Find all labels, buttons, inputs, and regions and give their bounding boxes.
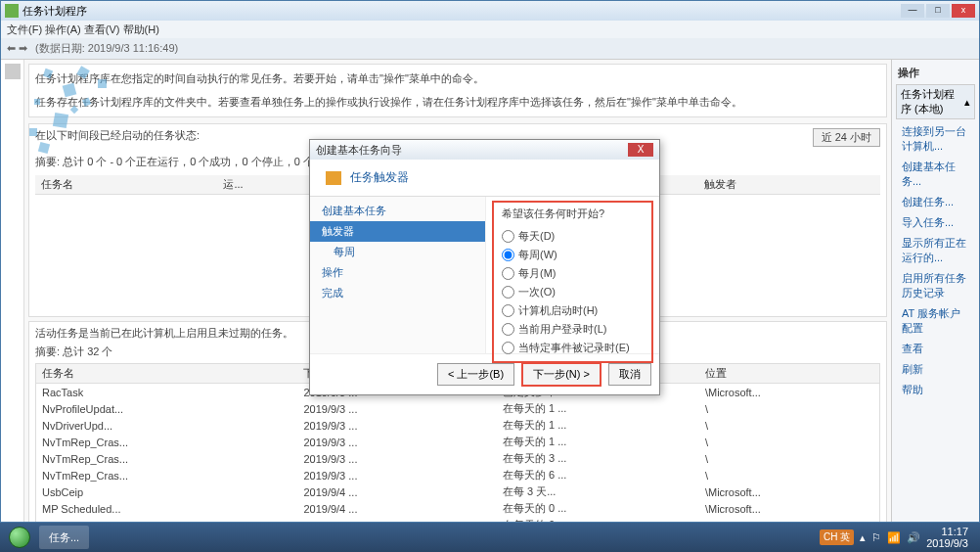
close-button[interactable]: x: [952, 4, 975, 18]
action-item[interactable]: 帮助: [896, 380, 975, 400]
trigger-option[interactable]: 当特定事件被记录时(E): [502, 339, 644, 357]
language-indicator[interactable]: CH 英: [820, 529, 854, 545]
trigger-option[interactable]: 每月(M): [502, 264, 644, 283]
action-item[interactable]: 导入任务...: [896, 212, 975, 233]
flag-icon[interactable]: ⚐: [871, 531, 881, 544]
action-item[interactable]: 显示所有正在运行的...: [896, 233, 975, 268]
table-row[interactable]: NvDriverUpd...2019/9/3 ...在每天的 1 ...\: [36, 417, 879, 434]
column-header[interactable]: 位置: [699, 364, 879, 384]
wizard-step[interactable]: 每周: [310, 242, 485, 262]
create-task-wizard-dialog: 创建基本任务向导 X 任务触发器 创建基本任务触发器每周操作完成 希望该任务何时…: [309, 139, 660, 395]
actions-panel: 操作 任务计划程序 (本地)▴ 连接到另一台计算机...创建基本任务...创建任…: [891, 60, 979, 522]
actions-section[interactable]: 任务计划程序 (本地)▴: [896, 84, 975, 119]
radio-input[interactable]: [502, 342, 514, 354]
table-row[interactable]: NvTmRep_Cras...2019/9/4 ...在每天的 6 ...\: [36, 517, 879, 522]
start-button[interactable]: [4, 525, 35, 550]
action-item[interactable]: AT 服务帐户配置: [896, 303, 975, 339]
dialog-titlebar[interactable]: 创建基本任务向导 X: [310, 140, 659, 160]
radio-input[interactable]: [502, 230, 514, 243]
radio-input[interactable]: [502, 249, 514, 261]
dialog-title: 创建基本任务向导: [316, 143, 402, 158]
column-header[interactable]: 触发者: [698, 175, 881, 195]
trigger-option[interactable]: 每天(D): [502, 227, 644, 246]
dialog-heading: 任务触发器: [350, 170, 409, 184]
action-item[interactable]: 创建任务...: [896, 192, 975, 212]
wizard-step[interactable]: 操作: [310, 262, 485, 283]
column-header[interactable]: 任务名: [36, 364, 297, 384]
taskbar-app[interactable]: 任务...: [39, 526, 89, 549]
clock[interactable]: 11:17 2019/9/3: [926, 526, 968, 549]
actions-header: 操作: [896, 64, 975, 82]
wizard-icon: [326, 171, 341, 185]
minimize-button[interactable]: —: [901, 4, 924, 18]
network-icon[interactable]: 📶: [887, 531, 901, 544]
wizard-step[interactable]: 完成: [310, 283, 485, 303]
info-line2: 任务存在任务计划程序库的文件夹中。若要查看单独任务上的操作或执行设操作，请在任务…: [35, 94, 880, 112]
trigger-option[interactable]: 一次(O): [502, 283, 644, 301]
titlebar[interactable]: 任务计划程序 — □ x: [1, 1, 979, 21]
column-header[interactable]: 任务名: [35, 175, 217, 195]
system-tray: CH 英 ▴ ⚐ 📶 🔊 11:17 2019/9/3: [820, 526, 976, 549]
radio-input[interactable]: [502, 267, 514, 280]
table-row[interactable]: MP Scheduled...2019/9/4 ...在每天的 0 ...\Mi…: [36, 500, 879, 517]
chevron-up-icon: ▴: [964, 96, 970, 109]
action-item[interactable]: 创建基本任务...: [896, 157, 975, 192]
radio-input[interactable]: [502, 304, 514, 317]
wizard-content: 希望该任务何时开始? 每天(D)每周(W)每月(M)一次(O)计算机启动时(H)…: [486, 197, 659, 353]
maximize-button[interactable]: □: [926, 4, 950, 18]
time-range-dropdown[interactable]: 近 24 小时: [813, 128, 880, 147]
wizard-steps: 创建基本任务触发器每周操作完成: [310, 197, 486, 353]
tray-chevron-icon[interactable]: ▴: [860, 531, 866, 544]
radio-input[interactable]: [502, 323, 514, 336]
trigger-question: 希望该任务何时开始?: [502, 207, 644, 221]
toolbar: ⬅ ➡ (数据日期: 2019/9/3 11:16:49): [1, 38, 979, 60]
action-item[interactable]: 刷新: [896, 359, 975, 380]
table-row[interactable]: NvTmRep_Cras...2019/9/3 ...在每天的 3 ...\: [36, 450, 879, 467]
table-row[interactable]: NvTmRep_Cras...2019/9/3 ...在每天的 6 ...\: [36, 467, 879, 483]
toolbar-nav-icon[interactable]: ⬅ ➡: [7, 42, 27, 55]
action-item[interactable]: 启用所有任务历史记录: [896, 268, 975, 303]
highlight-box: 希望该任务何时开始? 每天(D)每周(W)每月(M)一次(O)计算机启动时(H)…: [492, 201, 653, 363]
wizard-step[interactable]: 创建基本任务: [310, 201, 485, 221]
trigger-option[interactable]: 当前用户登录时(L): [502, 320, 644, 339]
toolbar-date: (数据日期: 2019/9/3 11:16:49): [35, 41, 178, 56]
info-line1: 任务计划程序库在您指定的时间自动执行的常见任务。若要开始，请单击"操作"菜单中的…: [35, 70, 880, 88]
action-item[interactable]: 查看: [896, 339, 975, 359]
next-button[interactable]: 下一步(N) >: [521, 362, 601, 387]
action-item[interactable]: 连接到另一台计算机...: [896, 121, 975, 157]
taskbar[interactable]: 任务... CH 英 ▴ ⚐ 📶 🔊 11:17 2019/9/3: [0, 523, 980, 552]
volume-icon[interactable]: 🔊: [907, 531, 920, 544]
dialog-close-button[interactable]: X: [628, 143, 653, 157]
overview-box: 任务计划程序库在您指定的时间自动执行的常见任务。若要开始，请单击"操作"菜单中的…: [28, 64, 887, 117]
window-title: 任务计划程序: [22, 4, 87, 19]
trigger-option[interactable]: 每周(W): [502, 246, 644, 264]
cancel-button[interactable]: 取消: [608, 363, 651, 386]
table-row[interactable]: NvTmRep_Cras...2019/9/3 ...在每天的 1 ...\: [36, 434, 879, 450]
radio-input[interactable]: [502, 286, 514, 299]
menubar[interactable]: 文件(F) 操作(A) 查看(V) 帮助(H): [1, 21, 979, 38]
tree-root-icon[interactable]: [5, 64, 21, 79]
table-row[interactable]: NvProfileUpdat...2019/9/3 ...在每天的 1 ...\: [36, 400, 879, 417]
app-icon: [5, 4, 19, 18]
status-header-text: 在以下时间段已经启动的任务状态:: [35, 128, 200, 147]
wizard-step[interactable]: 触发器: [310, 221, 485, 242]
trigger-option[interactable]: 计算机启动时(H): [502, 301, 644, 320]
table-row[interactable]: UsbCeip2019/9/4 ...在每 3 天...\Microsoft..…: [36, 483, 879, 500]
tree-panel[interactable]: [1, 60, 24, 522]
back-button[interactable]: < 上一步(B): [437, 363, 514, 386]
